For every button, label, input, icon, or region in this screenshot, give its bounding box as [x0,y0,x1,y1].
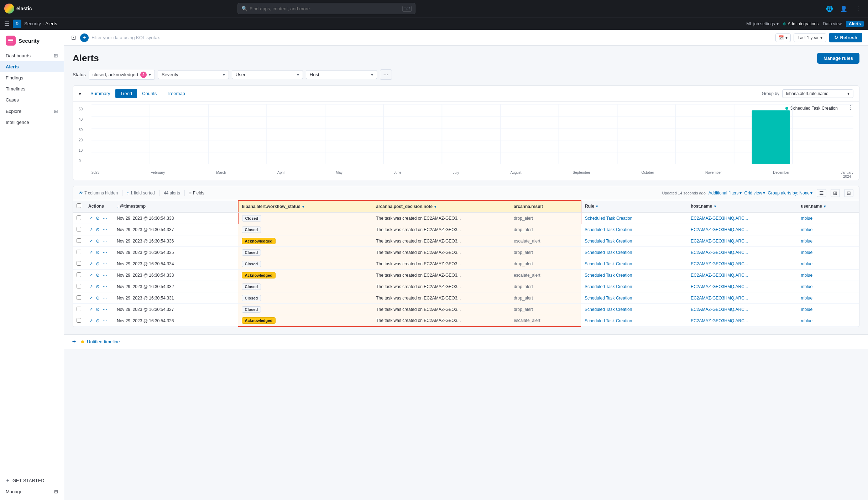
rule-link[interactable]: Scheduled Task Creation [585,250,632,255]
analyze-icon[interactable]: ⊙ [95,272,100,278]
row-checkbox-cell[interactable] [73,304,85,315]
rule-link[interactable]: Scheduled Task Creation [585,216,632,221]
help-icon-button[interactable]: ⋮ [852,3,864,14]
row-checkbox-cell[interactable] [73,224,85,235]
rule-link[interactable]: Scheduled Task Creation [585,296,632,301]
analyze-icon[interactable]: ⊙ [95,226,100,233]
kql-filter-input[interactable] [91,35,773,40]
row-checkbox[interactable] [77,238,81,243]
more-actions-icon[interactable]: ⋯ [102,317,108,324]
filter-toggle-button[interactable]: ⊡ [70,33,77,42]
grid-toggle-button[interactable]: ⊞ [831,189,840,197]
analyze-icon[interactable]: ⊙ [95,238,100,244]
host-filter-select[interactable]: Host ▾ [306,70,377,79]
row-checkbox-cell[interactable] [73,292,85,304]
severity-filter-select[interactable]: Severity ▾ [158,70,229,79]
expand-icon[interactable]: ↗ [88,317,94,324]
header-workflow-status[interactable]: kibana.alert.workflow_status ▾ [238,200,373,212]
row-checkbox-cell[interactable] [73,281,85,292]
alerts-view-badge[interactable]: Alerts [846,21,864,27]
row-checkbox[interactable] [77,261,81,266]
header-arcanna-result[interactable]: arcanna.result [510,200,581,212]
header-timestamp[interactable]: ↓ @timestamp [113,200,238,212]
analyze-icon[interactable]: ⊙ [95,249,100,256]
rule-link[interactable]: Scheduled Task Creation [585,239,632,244]
last-year-button[interactable]: Last 1 year ▾ [794,33,826,42]
expand-icon[interactable]: ↗ [88,295,94,301]
row-checkbox[interactable] [77,250,81,254]
header-select-all[interactable] [73,200,85,212]
row-checkbox[interactable] [77,307,81,311]
elastic-logo[interactable]: elastic [4,4,32,14]
sidebar-item-dashboards[interactable]: Dashboards ⊞ [0,50,64,61]
row-checkbox-cell[interactable] [73,235,85,247]
fields-button[interactable]: ≡ Fields [189,191,204,196]
expand-icon[interactable]: ↗ [88,215,94,222]
more-actions-icon[interactable]: ⋯ [102,295,108,301]
tab-trend[interactable]: Trend [115,89,137,98]
tab-counts[interactable]: Counts [137,89,162,98]
row-checkbox-cell[interactable] [73,212,85,224]
global-search-bar[interactable]: 🔍 ⌥/ [237,3,415,14]
sidebar-item-timelines[interactable]: Timelines [0,83,64,94]
group-by-select[interactable]: kibana.alert.rule.name ▾ [782,89,853,98]
row-checkbox[interactable] [77,215,81,220]
add-timeline-button[interactable]: + [70,338,78,346]
tab-summary[interactable]: Summary [85,89,115,98]
sidebar-item-cases[interactable]: Cases [0,94,64,105]
expand-icon[interactable]: ↗ [88,226,94,233]
sidebar-item-findings[interactable]: Findings [0,72,64,83]
more-actions-icon[interactable]: ⋯ [102,283,108,290]
rule-link[interactable]: Scheduled Task Creation [585,318,632,323]
row-checkbox-cell[interactable] [73,258,85,270]
row-checkbox[interactable] [77,284,81,288]
grid-view-button[interactable]: Grid view ▾ [744,191,765,196]
row-checkbox[interactable] [77,318,81,323]
calendar-button[interactable]: 📅 ▾ [775,33,791,42]
header-post-decision-note[interactable]: arcanna.post_decision.note ▾ [372,200,510,212]
more-actions-icon[interactable]: ⋯ [102,260,108,267]
rule-link[interactable]: Scheduled Task Creation [585,284,632,289]
additional-filters-button[interactable]: Additional filters ▾ [708,191,742,196]
rule-link[interactable]: Scheduled Task Creation [585,227,632,232]
expand-icon[interactable]: ↗ [88,272,94,278]
more-actions-icon[interactable]: ⋯ [102,272,108,278]
sidebar-item-alerts[interactable]: Alerts [0,61,64,72]
expand-icon[interactable]: ↗ [88,306,94,313]
more-actions-icon[interactable]: ⋯ [102,215,108,222]
sidebar-item-manage[interactable]: Manage ⊞ [0,486,64,497]
more-actions-icon[interactable]: ⋯ [102,226,108,233]
rule-link[interactable]: Scheduled Task Creation [585,261,632,266]
timeline-label[interactable]: Untitled timeline [87,339,120,344]
tab-treemap[interactable]: Treemap [162,89,190,98]
rule-link[interactable]: Scheduled Task Creation [585,273,632,278]
analyze-icon[interactable]: ⊙ [95,295,100,301]
expand-icon[interactable]: ↗ [88,260,94,267]
columns-toggle-button[interactable]: ⊟ [844,189,853,197]
notifications-icon-button[interactable]: 👤 [838,3,849,14]
rule-link[interactable]: Scheduled Task Creation [585,307,632,312]
more-actions-icon[interactable]: ⋯ [102,306,108,313]
group-alerts-button[interactable]: Group alerts by: None ▾ [768,191,812,196]
header-rule[interactable]: Rule ▾ [581,200,687,212]
more-filters-button[interactable]: ⋯ [380,69,392,80]
sidebar-item-intelligence[interactable]: Intelligence [0,117,64,128]
more-actions-icon[interactable]: ⋯ [102,238,108,244]
rows-view-button[interactable]: ☰ [817,189,826,197]
row-checkbox-cell[interactable] [73,247,85,258]
hamburger-menu-button[interactable]: ☰ [4,20,9,27]
status-filter-select[interactable]: closed, acknowledged 2 ▾ [89,70,155,80]
row-checkbox-cell[interactable] [73,270,85,281]
sidebar-item-explore[interactable]: Explore ⊞ [0,105,64,117]
ml-job-settings-button[interactable]: ML job settings ▾ [746,21,778,26]
analyze-icon[interactable]: ⊙ [95,317,100,324]
header-username[interactable]: user.name ▾ [798,200,859,212]
row-checkbox-cell[interactable] [73,315,85,327]
search-input[interactable] [250,6,400,11]
analyze-icon[interactable]: ⊙ [95,260,100,267]
manage-rules-button[interactable]: Manage rules [817,53,859,64]
expand-icon[interactable]: ↗ [88,249,94,256]
row-checkbox[interactable] [77,227,81,231]
expand-icon[interactable]: ↗ [88,238,94,244]
refresh-button[interactable]: ↻ Refresh [829,33,862,42]
